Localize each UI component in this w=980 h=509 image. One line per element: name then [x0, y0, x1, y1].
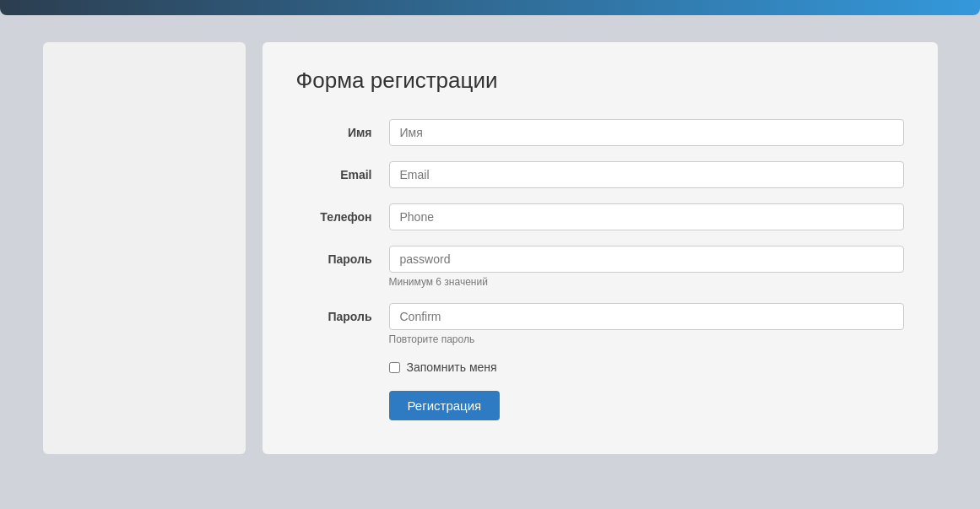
phone-input-group [389, 203, 904, 230]
confirm-password-field[interactable] [389, 303, 904, 330]
phone-field[interactable] [389, 203, 904, 230]
confirm-password-input-group: Повторите пароль [389, 303, 904, 345]
name-input-group [389, 119, 904, 146]
name-label: Имя [296, 119, 389, 139]
phone-label: Телефон [296, 203, 389, 224]
password-input-group: Минимум 6 значений [389, 246, 904, 288]
form-panel: Форма регистрации Имя Email Телефон Паро… [263, 42, 938, 454]
remember-me-label: Запомнить меня [407, 360, 497, 374]
email-label: Email [296, 161, 389, 181]
form-title: Форма регистрации [296, 68, 904, 94]
page-container: Форма регистрации Имя Email Телефон Паро… [26, 42, 955, 454]
remember-me-row: Запомнить меня [389, 360, 904, 374]
email-input-group [389, 161, 904, 188]
confirm-password-hint: Повторите пароль [389, 333, 904, 345]
name-row: Имя [296, 119, 904, 146]
password-label: Пароль [296, 246, 389, 266]
top-bar [0, 0, 980, 15]
submit-button[interactable]: Регистрация [389, 391, 501, 420]
phone-row: Телефон [296, 203, 904, 230]
password-field[interactable] [389, 246, 904, 273]
email-row: Email [296, 161, 904, 188]
confirm-password-label: Пароль [296, 303, 389, 323]
password-hint: Минимум 6 значений [389, 276, 904, 288]
remember-me-checkbox[interactable] [389, 362, 400, 373]
confirm-password-row: Пароль Повторите пароль [296, 303, 904, 345]
password-row: Пароль Минимум 6 значений [296, 246, 904, 288]
sidebar-panel [43, 42, 246, 454]
email-field[interactable] [389, 161, 904, 188]
name-field[interactable] [389, 119, 904, 146]
